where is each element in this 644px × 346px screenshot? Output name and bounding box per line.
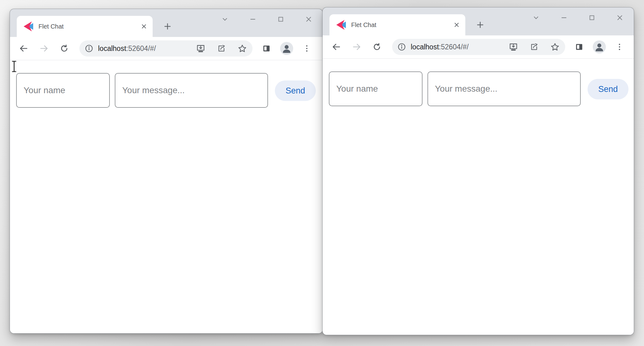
profile-avatar[interactable]	[592, 40, 606, 54]
install-page-icon[interactable]	[196, 44, 205, 53]
address-bar-actions	[509, 42, 560, 52]
address-bar-actions	[196, 44, 247, 53]
bookmark-star-icon[interactable]	[550, 42, 560, 52]
send-button[interactable]: Send	[588, 79, 628, 99]
message-input[interactable]	[115, 73, 268, 108]
tab-search-chevron-icon[interactable]	[531, 12, 541, 23]
name-input[interactable]	[16, 73, 110, 108]
window-minimize-icon[interactable]	[248, 14, 258, 25]
flet-logo-icon	[336, 20, 346, 30]
tab-search-chevron-icon[interactable]	[220, 14, 230, 25]
flet-logo-icon	[23, 21, 34, 32]
new-tab-button[interactable]	[473, 18, 487, 32]
tab-title: Flet Chat	[38, 23, 134, 30]
address-bar[interactable]: localhost:52604/#/	[79, 40, 253, 57]
message-input[interactable]	[427, 71, 581, 106]
reload-icon[interactable]	[58, 42, 71, 55]
share-icon[interactable]	[530, 42, 539, 52]
profile-avatar[interactable]	[280, 41, 294, 56]
browser-window-left: Flet Chat	[10, 9, 323, 333]
window-close-icon[interactable]	[303, 14, 314, 25]
tab-strip: Flet Chat	[10, 9, 323, 37]
name-field-wrap	[16, 73, 110, 108]
url-path: :52604/#/	[439, 43, 469, 51]
browser-tab[interactable]: Flet Chat	[17, 16, 153, 37]
name-input[interactable]	[329, 71, 423, 106]
page-content: Send	[323, 59, 634, 335]
window-minimize-icon[interactable]	[559, 12, 569, 23]
send-button[interactable]: Send	[275, 80, 316, 101]
share-icon[interactable]	[217, 44, 226, 53]
message-field-wrap	[427, 71, 581, 106]
url-text: localhost:52604/#/	[411, 43, 509, 51]
url-host: localhost	[411, 43, 439, 51]
install-page-icon[interactable]	[509, 42, 518, 52]
side-panel-icon[interactable]	[260, 42, 273, 55]
url-path: :52604/#/	[126, 44, 156, 52]
url-text: localhost:52604/#/	[98, 44, 196, 53]
tab-close-icon[interactable]	[139, 21, 149, 31]
window-controls	[531, 12, 625, 23]
name-field-wrap	[329, 71, 423, 106]
tab-strip: Flet Chat	[323, 7, 634, 35]
site-info-icon[interactable]	[84, 44, 94, 53]
site-info-icon[interactable]	[397, 42, 406, 52]
page-content: Send	[10, 60, 323, 333]
forward-arrow-icon[interactable]	[38, 42, 51, 55]
url-host: localhost	[98, 44, 126, 52]
window-close-icon[interactable]	[615, 12, 625, 23]
back-arrow-icon[interactable]	[330, 40, 343, 53]
address-bar[interactable]: localhost:52604/#/	[392, 39, 565, 55]
window-maximize-icon[interactable]	[275, 14, 286, 25]
kebab-menu-icon[interactable]	[613, 40, 626, 53]
window-controls	[220, 14, 314, 25]
browser-tab[interactable]: Flet Chat	[329, 14, 465, 35]
new-tab-button[interactable]	[161, 20, 174, 33]
back-arrow-icon[interactable]	[17, 42, 30, 55]
forward-arrow-icon[interactable]	[350, 40, 363, 53]
bookmark-star-icon[interactable]	[238, 44, 247, 53]
kebab-menu-icon[interactable]	[300, 42, 313, 55]
browser-window-right: Flet Chat	[323, 7, 634, 335]
window-maximize-icon[interactable]	[587, 12, 597, 23]
reload-icon[interactable]	[370, 40, 383, 53]
text-ibeam-cursor	[11, 61, 17, 72]
browser-toolbar: localhost:52604/#/	[323, 35, 634, 59]
tab-title: Flet Chat	[351, 21, 447, 29]
browser-toolbar: localhost:52604/#/	[10, 37, 323, 60]
side-panel-icon[interactable]	[573, 40, 586, 53]
message-field-wrap	[115, 73, 268, 108]
tab-close-icon[interactable]	[452, 20, 462, 30]
